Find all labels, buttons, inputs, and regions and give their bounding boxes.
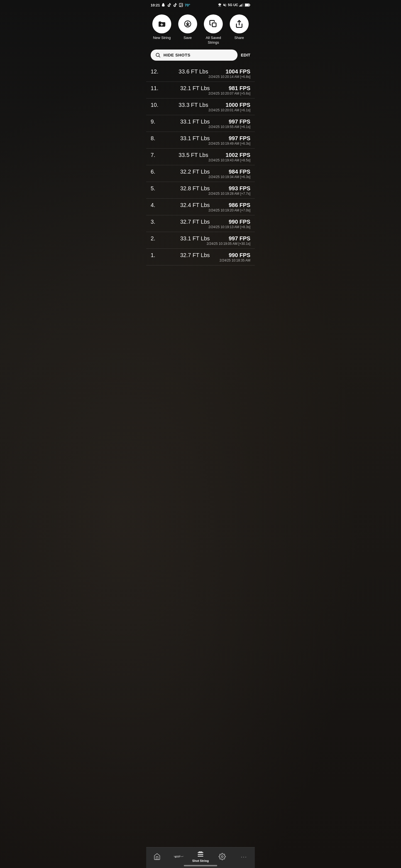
temperature: 70° [184, 3, 190, 7]
svg-point-1 [180, 4, 181, 5]
shot-number: 3. [151, 219, 161, 225]
tiktok-icon-1 [167, 3, 172, 7]
all-saved-strings-button[interactable]: All SavedStrings [202, 14, 225, 45]
svg-rect-2 [239, 6, 240, 6]
shot-item[interactable]: 11. 32.1 FT Lbs 981 FPS 2/24/25 10:20:07… [146, 82, 255, 98]
shot-timestamp: 2/24/25 10:19:43 AM [+8.5s] [151, 158, 250, 164]
shot-energy: 33.1 FT Lbs [161, 135, 229, 142]
new-string-label: New String [153, 36, 171, 40]
shot-energy: 33.5 FT Lbs [161, 152, 226, 158]
folder-plus-icon [157, 20, 166, 28]
shot-number: 4. [151, 202, 161, 208]
shot-number: 6. [151, 168, 161, 175]
status-left: 10:21 70° [151, 3, 190, 7]
shot-item[interactable]: 9. 33.1 FT Lbs 997 FPS 2/24/25 10:19:55 … [146, 115, 255, 132]
svg-rect-4 [241, 4, 241, 7]
shot-energy: 33.1 FT Lbs [161, 235, 229, 242]
all-saved-icon-circle [204, 14, 223, 33]
shot-timestamp: 2/24/25 10:20:14 AM [+6.8s] [151, 75, 250, 81]
shot-number: 9. [151, 119, 161, 125]
shot-item[interactable]: 6. 32.2 FT Lbs 984 FPS 2/24/25 10:19:34 … [146, 165, 255, 182]
shot-timestamp: 2/24/25 10:19:20 AM [+7.0s] [151, 208, 250, 214]
network: 5G UC [228, 3, 238, 7]
shot-energy: 33.3 FT Lbs [161, 102, 226, 108]
shot-fps: 997 FPS [229, 119, 250, 125]
time: 10:21 [151, 3, 160, 7]
shot-item[interactable]: 1. 32.7 FT Lbs 990 FPS 2/24/25 10:18:35 … [146, 249, 255, 266]
svg-line-18 [159, 56, 160, 57]
shot-fps: 997 FPS [229, 135, 250, 142]
search-icon [155, 52, 161, 58]
share-button[interactable]: Share [228, 14, 250, 40]
shot-fps: 990 FPS [229, 219, 250, 225]
shot-number: 12. [151, 68, 161, 75]
shot-timestamp: 2/24/25 10:19:34 AM [+6.3s] [151, 175, 250, 181]
shot-energy: 32.2 FT Lbs [161, 168, 229, 175]
shot-number: 5. [151, 185, 161, 192]
shot-item[interactable]: 2. 33.1 FT Lbs 997 FPS 2/24/25 10:19:05 … [146, 232, 255, 249]
battery-icon [245, 3, 250, 7]
copy-icon [209, 20, 218, 28]
shot-fps: 997 FPS [229, 235, 250, 242]
svg-rect-9 [245, 4, 249, 6]
hide-shots-label: HIDE SHOTS [164, 53, 191, 57]
shot-timestamp: 2/24/25 10:19:49 AM [+6.3s] [151, 142, 250, 147]
alarm-icon [218, 3, 222, 7]
svg-rect-6 [243, 3, 244, 6]
shot-item[interactable]: 7. 33.5 FT Lbs 1002 FPS 2/24/25 10:19:43… [146, 149, 255, 165]
share-label: Share [234, 36, 244, 40]
new-string-icon-circle [152, 14, 171, 33]
shot-item[interactable]: 3. 32.7 FT Lbs 990 FPS 2/24/25 10:19:13 … [146, 215, 255, 232]
shot-energy: 33.6 FT Lbs [161, 68, 226, 75]
svg-rect-15 [212, 23, 217, 27]
shot-timestamp: 2/24/25 10:19:05 AM [+30.1s] [151, 242, 250, 247]
svg-rect-5 [242, 4, 242, 6]
gallery-icon [179, 3, 183, 7]
shot-timestamp: 2/24/25 10:20:07 AM [+5.6s] [151, 92, 250, 97]
action-buttons-row: New String Save All SavedS [146, 9, 255, 50]
shot-fps: 1002 FPS [226, 152, 250, 158]
shot-number: 7. [151, 152, 161, 158]
new-string-button[interactable]: New String [151, 14, 173, 40]
svg-rect-3 [240, 5, 240, 7]
shot-fps: 1004 FPS [226, 68, 250, 75]
shot-energy: 32.7 FT Lbs [161, 219, 229, 225]
svg-rect-8 [250, 4, 250, 6]
snapchat-icon [161, 3, 166, 7]
shot-fps: 990 FPS [229, 252, 250, 258]
save-icon-circle [178, 14, 197, 33]
shot-item[interactable]: 5. 32.8 FT Lbs 993 FPS 2/24/25 10:19:28 … [146, 182, 255, 199]
shot-energy: 32.8 FT Lbs [161, 185, 229, 192]
save-button[interactable]: Save [176, 14, 199, 40]
shot-item[interactable]: 8. 33.1 FT Lbs 997 FPS 2/24/25 10:19:49 … [146, 132, 255, 149]
shot-energy: 32.7 FT Lbs [161, 252, 229, 258]
shot-fps: 984 FPS [229, 168, 250, 175]
shot-fps: 1000 FPS [226, 102, 250, 108]
shot-item[interactable]: 10. 33.3 FT Lbs 1000 FPS 2/24/25 10:20:0… [146, 98, 255, 115]
shot-list: 12. 33.6 FT Lbs 1004 FPS 2/24/25 10:20:1… [146, 65, 255, 266]
signal-icon [239, 3, 244, 7]
tiktok-icon-2 [173, 3, 177, 7]
shot-number: 11. [151, 85, 161, 92]
shot-number: 10. [151, 102, 161, 108]
mute-icon [223, 3, 227, 7]
shot-number: 8. [151, 135, 161, 142]
share-icon [235, 20, 244, 28]
shot-fps: 986 FPS [229, 202, 250, 208]
share-icon-circle [230, 14, 249, 33]
status-right: 5G UC [218, 3, 250, 7]
shot-timestamp: 2/24/25 10:19:13 AM [+8.3s] [151, 225, 250, 230]
download-icon [183, 20, 192, 28]
shot-item[interactable]: 12. 33.6 FT Lbs 1004 FPS 2/24/25 10:20:1… [146, 65, 255, 82]
shot-timestamp: 2/24/25 10:18:35 AM [151, 258, 250, 264]
status-bar: 10:21 70° 5G UC [146, 0, 255, 9]
shot-fps: 993 FPS [229, 185, 250, 192]
shot-energy: 33.1 FT Lbs [161, 119, 229, 125]
save-label: Save [183, 36, 192, 40]
shot-number: 1. [151, 252, 161, 258]
edit-button[interactable]: EDIT [241, 53, 250, 57]
all-saved-label: All SavedStrings [206, 36, 221, 45]
shot-fps: 981 FPS [229, 85, 250, 92]
shot-item[interactable]: 4. 32.4 FT Lbs 986 FPS 2/24/25 10:19:20 … [146, 199, 255, 215]
hide-shots-button[interactable]: HIDE SHOTS [151, 50, 237, 61]
